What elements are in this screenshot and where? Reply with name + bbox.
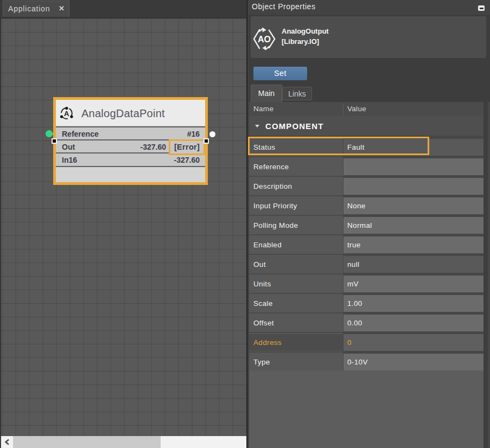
- svg-text:AO: AO: [258, 35, 271, 44]
- svg-text:A: A: [64, 110, 69, 118]
